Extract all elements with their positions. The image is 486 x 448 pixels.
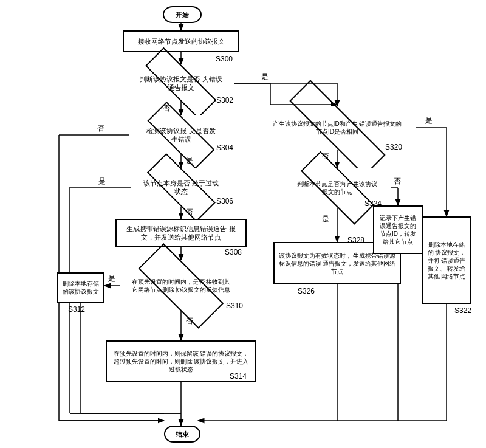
d306-yes: 是: [98, 176, 106, 187]
d304-yes: 是: [186, 156, 193, 166]
start-terminator: 开始: [163, 6, 202, 23]
d310-yes: 是: [108, 274, 115, 284]
d304-no: 否: [97, 123, 104, 134]
process-s328: 记录下产生错 误通告报文的 节点ID，转发 给其它节点: [373, 205, 423, 254]
decision-s320: 产生该协议报文的节点ID和产生 错误通告报文的节点ID是否相同: [261, 106, 413, 149]
start-label: 开始: [176, 10, 189, 19]
p314-text: 在预先设置的时间内，则保留该 错误的协议报文；超过预先设置的时间，则删除 该协议…: [111, 350, 252, 373]
d324-yes: 是: [322, 214, 329, 224]
d306-text: 该节点本身是否 处于过载状态: [131, 168, 231, 207]
p308-text: 生成携带错误源标识信息错误通告 报文，并发送给其他网络节点: [120, 224, 242, 242]
process-s312: 删除本地存储 的该协议报文: [57, 272, 104, 303]
d302-yes: 是: [261, 72, 269, 82]
p300-text: 接收网络节点发送的协议报文: [138, 37, 225, 46]
d320-yes: 是: [425, 115, 433, 126]
d310-no: 否: [186, 316, 193, 326]
end-label: 结束: [176, 430, 189, 439]
ref-s328: S328: [347, 236, 364, 244]
ref-s326: S326: [298, 287, 315, 295]
p328-text: 记录下产生错 误通告报文的 节点ID，转发 给其它节点: [378, 214, 418, 246]
process-s322: 删除本地存储的 协议报文，并将 错误通告报文、 转发给其他 网络节点: [422, 216, 471, 304]
ref-s314: S314: [230, 372, 247, 381]
flowchart-canvas: 开始 接收网络节点发送的协议报文 S300 判断该协议报文是否 为错误通告报文 …: [0, 0, 486, 448]
ref-s322: S322: [454, 306, 471, 315]
d310-text: 在预先设置的时间内，是否 接收到其它网络节点删除 协议报文的反馈信息: [120, 260, 242, 311]
d324-text: 判断本节点是否为 产生该协议报文的节点: [283, 168, 391, 208]
d302-text: 判断该协议报文是否 为错误通告报文: [128, 64, 234, 102]
ref-s312: S312: [68, 305, 85, 314]
p312-text: 删除本地存储 的该协议报文: [62, 280, 100, 295]
d306-no: 否: [186, 207, 193, 218]
decision-s310: 在预先设置的时间内，是否 接收到其它网络节点删除 协议报文的反馈信息: [120, 260, 242, 311]
decision-s324: 判断本节点是否为 产生该协议报文的节点: [283, 168, 391, 208]
ref-s300: S300: [216, 55, 233, 63]
process-s308: 生成携带错误源标识信息错误通告 报文，并发送给其他网络节点: [115, 219, 247, 247]
p326-text: 该协议报文为有效状态时， 生成携带错误源标识信息的错误 通告报文，发送给其他网络…: [278, 252, 396, 275]
p322-text: 删除本地存储的 协议报文，并将 错误通告报文、 转发给其他 网络节点: [426, 241, 467, 280]
decision-s306: 该节点本身是否 处于过载状态: [131, 168, 231, 207]
end-terminator: 结束: [164, 426, 200, 443]
d324-no: 否: [394, 176, 401, 187]
decision-s302: 判断该协议报文是否 为错误通告报文: [128, 64, 234, 102]
ref-s308: S308: [225, 248, 242, 257]
d320-text: 产生该协议报文的节点ID和产生 错误通告报文的节点ID是否相同: [261, 106, 413, 149]
process-s300: 接收网络节点发送的协议报文: [123, 30, 239, 52]
decision-s304: 检测该协议报 文是否发生错误: [132, 115, 230, 154]
d304-text: 检测该协议报 文是否发生错误: [132, 115, 230, 154]
